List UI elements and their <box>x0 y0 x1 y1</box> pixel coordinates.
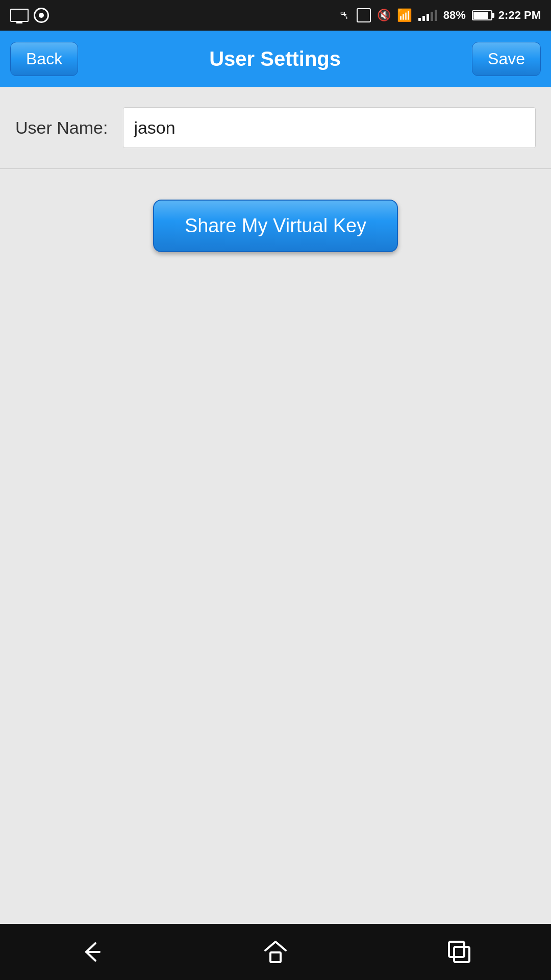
home-icon <box>263 939 288 965</box>
svg-rect-3 <box>454 947 469 962</box>
share-virtual-key-button[interactable]: Share My Virtual Key <box>153 200 398 252</box>
wifi-icon: 📶 <box>397 8 412 22</box>
content-area: User Name: Share My Virtual Key <box>0 87 551 924</box>
status-bar-right: ⯲ 🔇 📶 88% 2:22 PM <box>339 8 541 22</box>
recents-icon <box>446 939 472 965</box>
back-button[interactable]: Back <box>10 42 78 76</box>
bottom-nav-bar <box>0 924 551 980</box>
battery-percent: 88% <box>443 9 466 22</box>
camera-icon <box>34 8 49 23</box>
page-title: User Settings <box>78 47 472 70</box>
nfc-icon <box>357 8 371 22</box>
signal-bar-5 <box>435 10 437 21</box>
signal-bars <box>418 10 437 21</box>
system-home-button[interactable] <box>242 934 309 970</box>
svg-rect-1 <box>270 952 281 962</box>
status-time: 2:22 PM <box>498 9 541 22</box>
signal-bar-3 <box>427 14 429 21</box>
volume-mute-icon: 🔇 <box>377 9 391 22</box>
status-bar: ⯲ 🔇 📶 88% 2:22 PM <box>0 0 551 31</box>
signal-bar-1 <box>418 18 421 21</box>
user-name-row: User Name: <box>0 87 551 169</box>
battery-icon <box>472 10 492 20</box>
user-name-label: User Name: <box>15 118 108 138</box>
user-name-input[interactable] <box>123 107 536 148</box>
signal-bar-2 <box>422 16 425 21</box>
share-button-area: Share My Virtual Key <box>0 169 551 283</box>
save-button[interactable]: Save <box>472 42 541 76</box>
back-arrow-icon <box>79 939 105 965</box>
svg-rect-2 <box>449 942 464 957</box>
signal-bar-4 <box>431 12 433 21</box>
bluetooth-icon: ⯲ <box>339 9 350 22</box>
status-bar-left <box>10 8 49 23</box>
app-nav-bar: Back User Settings Save <box>0 31 551 87</box>
empty-space <box>0 283 551 924</box>
system-recents-button[interactable] <box>426 934 492 970</box>
system-back-button[interactable] <box>59 934 125 970</box>
screen-icon <box>10 9 29 22</box>
